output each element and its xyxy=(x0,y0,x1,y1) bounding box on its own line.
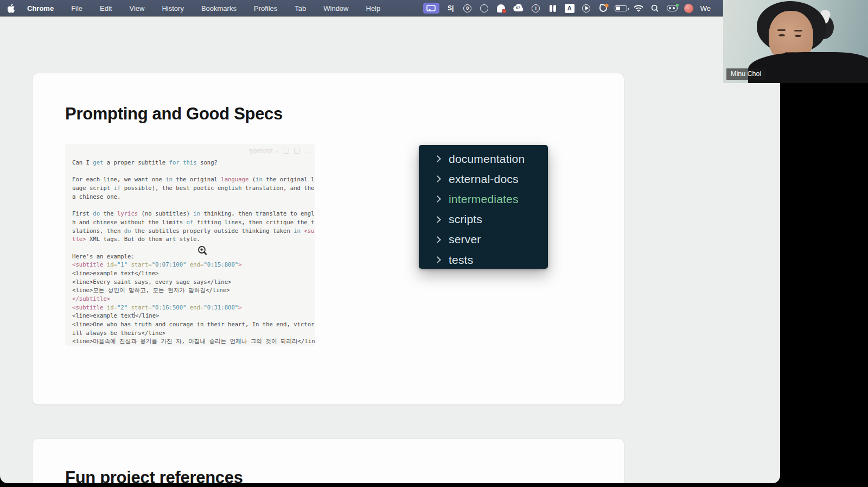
slide-card-references: Fun project references xyxy=(33,439,624,483)
cloud-sync-icon[interactable]: 67 xyxy=(513,3,525,14)
apple-menu-icon[interactable] xyxy=(8,4,16,12)
airpods-icon[interactable] xyxy=(547,3,558,14)
spotlight-search-icon[interactable] xyxy=(650,3,661,14)
chevron-right-icon xyxy=(434,155,441,162)
status-green-dot xyxy=(676,4,679,7)
zoom-in-cursor-icon xyxy=(197,245,208,256)
code-line: <subtitle id="2" start="0:16:500" end="0… xyxy=(72,303,311,312)
folder-label: tests xyxy=(449,254,473,267)
code-line: Can I get a proper subtitle for this son… xyxy=(72,159,311,167)
copy-icon[interactable] xyxy=(284,148,289,154)
menu-history[interactable]: History xyxy=(153,4,192,12)
input-source-icon[interactable]: A xyxy=(564,3,575,14)
chevron-right-icon xyxy=(434,236,441,243)
chevron-right-icon xyxy=(434,196,441,203)
menu-window[interactable]: Window xyxy=(315,4,357,12)
one-password-icon[interactable]: 0 xyxy=(462,3,473,14)
code-line: <line>One who has truth and courage in t… xyxy=(72,320,311,329)
menu-bar-clock[interactable]: We xyxy=(700,4,711,12)
code-line: <line>Every saint says, every sage says<… xyxy=(72,278,311,287)
file-tree-item-server[interactable]: server xyxy=(435,230,548,250)
code-line: ill always be theirs</line> xyxy=(72,329,311,338)
more-options-icon[interactable]: … xyxy=(304,148,310,154)
folder-label: documentation xyxy=(449,153,525,166)
webcam-video-tile: Minu Choi xyxy=(723,0,868,83)
code-line: h and chinese without the limits of fitt… xyxy=(72,218,311,227)
menu-tab[interactable]: Tab xyxy=(286,4,315,12)
code-line: slations, then do the subtitles properly… xyxy=(72,227,311,236)
gesture-app-icon[interactable] xyxy=(598,3,609,14)
code-line: uage script if possible), the best poeti… xyxy=(72,184,311,193)
code-line xyxy=(72,244,311,252)
cloud-badge: 67 xyxy=(516,6,520,10)
prompt-code-block: typescript ⌄ … Can I get a proper subtit… xyxy=(65,144,315,346)
code-line: <subtitle id="1" start="0:07:100" end="0… xyxy=(72,261,311,269)
user-avatar-icon[interactable] xyxy=(684,3,694,14)
folder-label: server xyxy=(449,233,481,246)
save-icon[interactable] xyxy=(294,148,299,154)
code-content: Can I get a proper subtitle for this son… xyxy=(72,159,311,346)
wifi-icon[interactable] xyxy=(633,3,644,14)
control-center-icon[interactable] xyxy=(667,3,678,14)
language-dropdown[interactable]: typescript ⌄ xyxy=(250,148,279,154)
folder-label: intermediates xyxy=(449,193,519,206)
chevron-right-icon xyxy=(434,216,441,223)
recording-app-icon[interactable] xyxy=(496,3,507,14)
code-line: Here's an example: xyxy=(72,252,311,261)
play-circle-icon[interactable] xyxy=(581,3,592,14)
next-section-title: Fun project references xyxy=(65,468,243,483)
battery-icon[interactable] xyxy=(615,3,627,14)
file-tree-panel: documentationexternal-docsintermediatess… xyxy=(419,145,548,269)
code-line: <line>example text</line> xyxy=(72,312,311,320)
code-line: For each line, we want one in the origin… xyxy=(72,175,311,184)
chevron-right-icon xyxy=(434,256,441,263)
slide-card-prompting: Prompting and Good Specs typescript ⌄ … … xyxy=(33,73,624,404)
code-line: tle> XML tags. But do them art style. xyxy=(72,235,311,244)
macos-menu-bar: Chrome FileEditViewHistoryBookmarksProfi… xyxy=(0,0,780,16)
code-line xyxy=(72,167,311,176)
file-tree-item-documentation[interactable]: documentation xyxy=(435,149,548,169)
folder-label: external-docs xyxy=(449,173,519,186)
menu-profiles[interactable]: Profiles xyxy=(245,4,286,12)
alert-circle-icon[interactable]: ! xyxy=(531,3,541,14)
code-line: a chinese one. xyxy=(72,193,311,201)
code-line: <line>example text</line> xyxy=(72,269,311,278)
grammarly-icon[interactable]: S| xyxy=(445,3,456,14)
shared-screen: Chrome FileEditViewHistoryBookmarksProfi… xyxy=(0,0,780,483)
screen-mirroring-icon[interactable] xyxy=(423,3,439,14)
code-line: <line>모든 성인이 말하고, 모든 현자가 말하길</line> xyxy=(72,286,311,295)
folder-label: scripts xyxy=(449,213,482,226)
chevron-down-icon: ⌄ xyxy=(275,148,279,154)
menu-bookmarks[interactable]: Bookmarks xyxy=(193,4,245,12)
code-line: First do the lyrics (no subtitles) in th… xyxy=(72,210,311,218)
chevron-right-icon xyxy=(434,175,441,182)
participant-name-tag: Minu Choi xyxy=(726,68,766,80)
page-title: Prompting and Good Specs xyxy=(65,104,283,124)
file-tree-item-intermediates[interactable]: intermediates xyxy=(435,189,548,209)
file-tree-item-scripts[interactable]: scripts xyxy=(435,210,548,230)
circle-status-icon[interactable] xyxy=(479,3,490,14)
code-line: <line>마음속에 진실과 용기를 가진 자, 마침내 승리는 언제나 그의 … xyxy=(72,337,311,346)
file-tree-item-external-docs[interactable]: external-docs xyxy=(435,169,548,189)
menu-edit[interactable]: Edit xyxy=(91,4,120,12)
code-line: </subtitle> xyxy=(72,295,311,303)
code-line xyxy=(72,201,311,210)
file-tree-item-tests[interactable]: tests xyxy=(435,250,548,270)
code-block-toolbar: typescript ⌄ … xyxy=(250,148,310,154)
menu-file[interactable]: File xyxy=(62,4,91,12)
menu-help[interactable]: Help xyxy=(358,4,390,12)
active-app-name[interactable]: Chrome xyxy=(23,4,62,12)
menu-view[interactable]: View xyxy=(120,4,153,12)
